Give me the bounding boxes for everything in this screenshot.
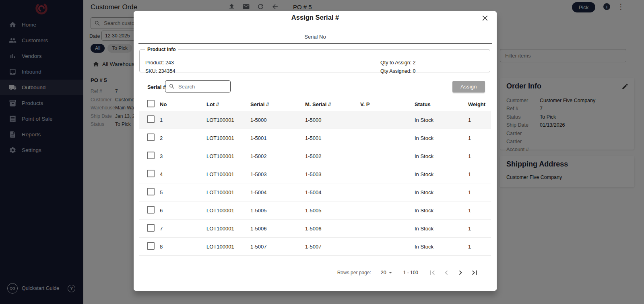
cell-serial: 1-5000 <box>250 117 305 123</box>
column-header-serial: Serial # <box>250 101 305 107</box>
rows-per-page-value: 20 <box>381 270 386 275</box>
assign-button[interactable]: Assign <box>452 81 485 92</box>
row-checkbox[interactable] <box>147 152 155 159</box>
pagination-bar: Rows per page: 20 1 - 100 <box>139 265 479 280</box>
table-header-row: NoLot #Serial #M. Serial #V. PStatusWeig… <box>139 97 491 111</box>
serial-search-input[interactable] <box>178 83 225 90</box>
cell-mserial: 1-5004 <box>305 189 360 195</box>
column-header-m-serial: M. Serial # <box>305 101 360 107</box>
cell-mserial: 1-5003 <box>305 171 360 177</box>
cell-no: 2 <box>160 135 206 141</box>
serial-search-box <box>165 80 231 92</box>
row-checkbox[interactable] <box>147 224 155 232</box>
cell-no: 1 <box>160 117 206 123</box>
cell-no: 4 <box>160 171 206 177</box>
cell-no: 8 <box>160 244 206 250</box>
column-header-v-p: V. P <box>360 101 415 107</box>
serials-table: NoLot #Serial #M. Serial #V. PStatusWeig… <box>139 97 491 256</box>
row-checkbox[interactable] <box>147 206 155 214</box>
cell-lot: LOT100001 <box>206 171 250 177</box>
tab-indicator <box>138 43 492 44</box>
table-row: 4LOT1000011-50031-5003In Stock1 <box>139 165 491 183</box>
cell-weight: 1 <box>468 171 491 177</box>
close-icon[interactable] <box>481 14 489 23</box>
first-page-icon[interactable] <box>428 268 437 277</box>
cell-no: 3 <box>160 153 206 159</box>
cell-lot: LOT100001 <box>206 226 250 232</box>
cell-lot: LOT100001 <box>206 117 250 123</box>
cell-weight: 1 <box>468 153 491 159</box>
table-row: 5LOT1000011-50041-5004In Stock1 <box>139 183 491 201</box>
cell-mserial: 1-5007 <box>305 244 360 250</box>
chevron-right-icon[interactable] <box>456 268 465 277</box>
tab-serial-no[interactable]: Serial No <box>134 34 497 40</box>
row-checkbox[interactable] <box>147 242 155 250</box>
table-row: 8LOT1000011-50071-5007In Stock1 <box>139 238 491 256</box>
table-row: 2LOT1000011-50011-5001In Stock1 <box>139 129 491 147</box>
pagination-range: 1 - 100 <box>403 270 418 275</box>
cell-lot: LOT100001 <box>206 135 250 141</box>
cell-weight: 1 <box>468 244 491 250</box>
rows-per-page-label: Rows per page: <box>337 270 371 275</box>
cell-status: In Stock <box>415 171 468 177</box>
cell-status: In Stock <box>415 153 468 159</box>
chevron-left-icon[interactable] <box>442 268 451 277</box>
cell-weight: 1 <box>468 226 491 232</box>
cell-mserial: 1-5000 <box>305 117 360 123</box>
last-page-icon[interactable] <box>470 268 479 277</box>
sku-label: SKU: 234354 <box>145 67 380 76</box>
row-checkbox[interactable] <box>147 170 155 177</box>
select-all-checkbox[interactable] <box>147 100 155 107</box>
table-row: 7LOT1000011-50061-5006In Stock1 <box>139 220 491 238</box>
caret-down-icon <box>387 269 394 276</box>
product-info-panel: Product Info Product: 243 SKU: 234354 Qt… <box>139 47 490 72</box>
cell-serial: 1-5001 <box>250 135 305 141</box>
cell-weight: 1 <box>468 189 491 195</box>
product-info-legend: Product Info <box>145 47 178 52</box>
cell-no: 7 <box>160 226 206 232</box>
cell-status: In Stock <box>415 189 468 195</box>
cell-status: In Stock <box>415 226 468 232</box>
table-row: 1LOT1000011-50001-5000In Stock1 <box>139 111 491 129</box>
rows-per-page-select[interactable]: 20 <box>381 269 394 276</box>
cell-status: In Stock <box>415 244 468 250</box>
cell-no: 6 <box>160 207 206 214</box>
select-all-cell <box>147 100 160 109</box>
column-header-status: Status <box>415 101 468 107</box>
cell-mserial: 1-5006 <box>305 226 360 232</box>
cell-serial: 1-5007 <box>250 244 305 250</box>
cell-serial: 1-5003 <box>250 171 305 177</box>
cell-weight: 1 <box>468 135 491 141</box>
cell-serial: 1-5006 <box>250 226 305 232</box>
cell-lot: LOT100001 <box>206 189 250 195</box>
column-header-weight: Weight <box>468 101 491 107</box>
cell-status: In Stock <box>415 135 468 141</box>
dialog-title: Assign Serial # <box>134 14 497 21</box>
qty-to-assign-label: Qty to Assign: 2 <box>380 59 416 67</box>
cell-weight: 1 <box>468 117 491 123</box>
cell-weight: 1 <box>468 207 491 214</box>
cell-mserial: 1-5001 <box>305 135 360 141</box>
cell-lot: LOT100001 <box>206 207 250 214</box>
cell-serial: 1-5004 <box>250 189 305 195</box>
row-checkbox[interactable] <box>147 188 155 195</box>
cell-lot: LOT100001 <box>206 244 250 250</box>
cell-lot: LOT100001 <box>206 153 250 159</box>
product-label: Product: 243 <box>145 59 380 67</box>
cell-status: In Stock <box>415 207 468 214</box>
row-checkbox[interactable] <box>147 115 155 123</box>
cell-mserial: 1-5002 <box>305 153 360 159</box>
row-checkbox[interactable] <box>147 134 155 141</box>
serial-number-label: Serial # <box>147 84 166 90</box>
cell-no: 5 <box>160 189 206 195</box>
app-root: HomeCustomersVendorsInboundOutboundProdu… <box>0 0 644 304</box>
cell-mserial: 1-5005 <box>305 207 360 214</box>
assign-serial-dialog: Assign Serial # Serial No Product Info P… <box>134 11 497 291</box>
column-header-lot: Lot # <box>206 101 250 107</box>
table-row: 3LOT1000011-50021-5002In Stock1 <box>139 147 491 165</box>
table-row: 6LOT1000011-50051-5005In Stock1 <box>139 201 491 220</box>
cell-serial: 1-5005 <box>250 207 305 214</box>
qty-assigned-label: Qty Assigned: 0 <box>380 67 416 76</box>
cell-status: In Stock <box>415 117 468 123</box>
cell-serial: 1-5002 <box>250 153 305 159</box>
